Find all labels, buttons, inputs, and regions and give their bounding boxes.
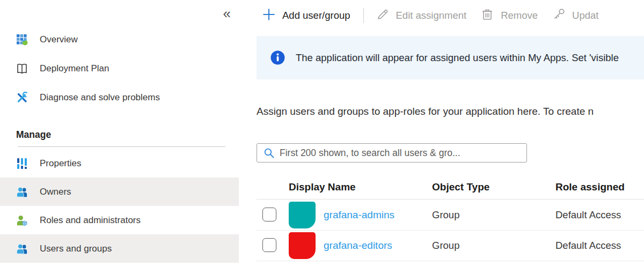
sidebar-item-label: Owners [40,187,71,197]
sliders-icon [16,158,28,169]
search-box [257,143,527,162]
row-checkbox[interactable] [262,208,276,221]
group-avatar [289,232,316,259]
key-icon [552,8,566,24]
search-icon [263,147,275,161]
sidebar: « Overview [0,0,239,266]
toolbar-divider [363,8,364,23]
sidebar-section-header: Manage [0,123,239,146]
role-assigned-cell: Default Access [555,209,621,221]
sidebar-item-owners[interactable]: Owners [0,178,239,206]
tools-icon [16,92,28,104]
table-body: grafana-admins Group Default Access graf… [257,200,644,261]
sidebar-divider [18,146,225,147]
sidebar-item-deployment-plan[interactable]: Deployment Plan [0,54,239,83]
command-bar: Add user/group Edit assignment [257,0,644,31]
table-header: Display Name Object Type Role assigned [257,177,644,200]
object-type-cell: Group [432,240,459,252]
person-cube-icon [16,215,28,226]
column-header-object-type: Object Type [432,181,489,193]
row-checkbox[interactable] [262,238,276,252]
edit-assignment-label: Edit assignment [396,10,467,21]
info-icon [270,50,285,65]
sidebar-item-users-groups[interactable]: Users and groups [0,234,239,263]
sidebar-item-overview[interactable]: Overview [0,25,239,54]
users-and-groups-page: « Overview [0,0,644,266]
pencil-icon [376,8,390,24]
sidebar-item-label: Users and groups [40,243,112,254]
sidebar-item-label: Deployment Plan [40,63,109,74]
edit-assignment-button[interactable]: Edit assignment [376,8,467,24]
column-header-role-assigned: Role assigned [555,181,625,193]
overview-grid-icon [16,34,28,46]
update-credentials-label: Updat [572,10,598,21]
add-user-group-button[interactable]: Add user/group [262,8,350,24]
table-row: grafana-admins Group Default Access [257,200,644,231]
sidebar-item-properties[interactable]: Properties [0,149,239,178]
book-icon [16,63,28,75]
people-icon [16,243,28,255]
sidebar-item-label: Diagnose and solve problems [40,92,160,103]
sidebar-item-roles-admins[interactable]: Roles and administrators [0,206,239,234]
remove-button[interactable]: Remove [480,8,538,24]
sidebar-collapse-icon[interactable]: « [223,6,231,20]
sidebar-item-label: Properties [40,158,81,169]
info-banner: The application will appear for assigned… [257,36,644,79]
role-assigned-cell: Default Access [555,240,621,252]
sidebar-item-label: Overview [40,34,78,45]
sidebar-item-label: Roles and administrators [40,215,141,226]
info-banner-text: The application will appear for assigned… [296,52,619,64]
group-name-link[interactable]: grafana-editors [324,240,392,252]
group-avatar [289,202,316,228]
plus-icon [262,8,276,24]
column-header-display-name: Display Name [289,181,356,193]
page-description: Assign users and groups to app-roles for… [257,106,594,117]
search-input[interactable] [257,143,527,162]
object-type-cell: Group [432,209,459,221]
trash-icon [480,8,494,24]
update-credentials-button[interactable]: Updat [552,8,598,24]
people-icon [16,186,28,198]
main-content: Add user/group Edit assignment [257,0,644,266]
sidebar-item-diagnose[interactable]: Diagnose and solve problems [0,83,239,112]
remove-label: Remove [501,10,538,21]
add-user-group-label: Add user/group [282,10,350,21]
table-row: grafana-editors Group Default Access [257,231,644,261]
group-name-link[interactable]: grafana-admins [324,209,394,221]
